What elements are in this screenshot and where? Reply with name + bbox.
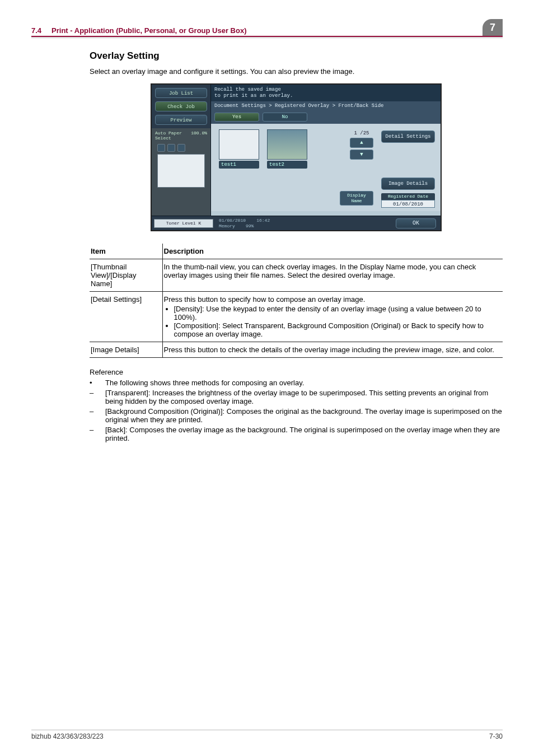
reference-text: The following shows three methods for co…	[105, 379, 503, 387]
reference-text: [Transparent]: Increases the brightness …	[105, 389, 503, 405]
preview-button[interactable]: Preview	[155, 115, 207, 125]
tab-no[interactable]: No	[263, 113, 307, 122]
dash-icon: –	[90, 389, 105, 405]
image-details-button[interactable]: Image Details	[381, 178, 435, 190]
intro-paragraph: Select an overlay image and configure it…	[90, 67, 503, 76]
device-left-lower: Auto Paper Select 100.0%	[152, 128, 210, 216]
footer-rule	[31, 730, 503, 730]
reference-item: – [Back]: Composes the overlay image as …	[90, 426, 503, 442]
doc-icon	[157, 144, 165, 152]
reference-label: Reference	[90, 368, 503, 376]
toner-level: Toner Level K	[154, 219, 213, 228]
display-name-button[interactable]: Display Name	[340, 191, 373, 206]
cell-item: [Detail Settings]	[90, 292, 162, 342]
tab-yes[interactable]: Yes	[214, 113, 259, 122]
cell-desc: In the thumb-nail view, you can check ov…	[162, 259, 503, 292]
device-main-panel: Recall the saved image to print it as an…	[211, 85, 441, 216]
reference-item: – [Background Composition (Original)]: C…	[90, 407, 503, 424]
overlay-thumb-1-label: test1	[219, 161, 259, 169]
auto-paper-pct: 100.0%	[191, 130, 207, 141]
cell-item: [Image Details]	[90, 342, 162, 358]
col-item: Item	[90, 244, 162, 259]
bullet-density: [Density]: Use the keypad to enter the d…	[174, 305, 499, 321]
page: 7.4 Print - Application (Public, Persona…	[0, 0, 534, 756]
ok-button[interactable]: OK	[396, 218, 436, 228]
overlay-thumb-1[interactable]	[219, 129, 259, 160]
device-header-text: Recall the saved image to print it as an…	[211, 85, 441, 101]
footer-left: bizhub 423/363/283/223	[31, 732, 104, 740]
registered-date-label: Registered Date	[381, 193, 435, 200]
footer-time: 16:42	[256, 218, 270, 223]
page-down-button[interactable]: ▼	[350, 150, 373, 160]
device-screenshot: Job List Check Job Preview Auto Paper Se…	[151, 83, 442, 231]
reference-block: Reference • The following shows three me…	[90, 368, 503, 442]
device-left-panel: Job List Check Job Preview Auto Paper Se…	[152, 85, 211, 216]
footer-right: 7-30	[489, 732, 503, 740]
device-tabs: Yes No	[211, 110, 441, 124]
cell-item: [Thumbnail View]/[Display Name]	[90, 259, 162, 292]
dash-icon: –	[90, 426, 105, 442]
auto-paper-label: Auto Paper Select	[155, 130, 191, 141]
page-footer: bizhub 423/363/283/223 7-30	[31, 730, 503, 740]
rotate-icon	[167, 144, 175, 152]
table-row: [Image Details] Press this button to che…	[90, 342, 503, 358]
page-control: 1 /25 ▲ ▼	[350, 130, 373, 161]
overlay-thumb-2-label: test2	[267, 161, 307, 169]
check-job-button[interactable]: Check Job	[155, 101, 207, 111]
detail-settings-button[interactable]: Detail Settings	[381, 130, 435, 143]
table-row: [Detail Settings] Press this button to s…	[90, 292, 503, 342]
dash-icon: –	[90, 407, 105, 424]
reference-item: • The following shows three methods for …	[90, 379, 503, 387]
page-header: 7.4 Print - Application (Public, Persona…	[31, 19, 503, 35]
device-footer-info: 01/08/2010 16:42 Memory 99%	[216, 218, 396, 229]
job-list-button[interactable]: Job List	[155, 88, 207, 98]
reference-text: [Background Composition (Original)]: Com…	[105, 407, 503, 424]
section-number: 7.4	[31, 26, 41, 35]
cell-desc: Press this button to check the details o…	[162, 342, 503, 358]
heading-overlay-setting: Overlay Setting	[90, 50, 503, 62]
content-area: Overlay Setting Select an overlay image …	[31, 38, 503, 442]
footer-date: 01/08/2010	[219, 218, 246, 223]
bullet-icon: •	[90, 379, 105, 387]
page-up-button[interactable]: ▲	[350, 138, 373, 148]
header-rule	[31, 36, 503, 37]
device-footer: Toner Level K 01/08/2010 16:42 Memory 99…	[152, 216, 441, 230]
footer-mem-label: Memory	[219, 223, 235, 228]
device-body: test1 test2 1 /25 ▲ ▼ Detail Settings Im…	[211, 124, 441, 211]
bullet-composition: [Composition]: Select Transparent, Backg…	[174, 321, 499, 338]
footer-mem-val: 99%	[246, 223, 254, 228]
rotate2-icon	[177, 144, 185, 152]
reference-text: [Back]: Composes the overlay image as th…	[105, 426, 503, 442]
device-left-thumb	[157, 154, 205, 188]
device-left-icons	[157, 144, 205, 152]
device-breadcrumb: Document Settings > Registered Overlay >…	[211, 101, 441, 110]
reference-item: – [Transparent]: Increases the brightnes…	[90, 389, 503, 405]
overlay-thumb-2[interactable]	[267, 129, 307, 160]
col-description: Description	[162, 244, 503, 259]
cell-desc-lead: Press this button to specify how to comp…	[164, 295, 499, 304]
section-title: Print - Application (Public, Personal, o…	[51, 26, 483, 35]
table-row: [Thumbnail View]/[Display Name] In the t…	[90, 259, 503, 292]
registered-date-value: 01/08/2010	[381, 200, 435, 208]
registered-date-box: Registered Date 01/08/2010	[381, 193, 435, 208]
page-counter: 1 /25	[350, 130, 373, 136]
description-table: Item Description [Thumbnail View]/[Displ…	[90, 244, 503, 358]
cell-desc: Press this button to specify how to comp…	[162, 292, 503, 342]
chapter-badge: 7	[483, 19, 503, 36]
